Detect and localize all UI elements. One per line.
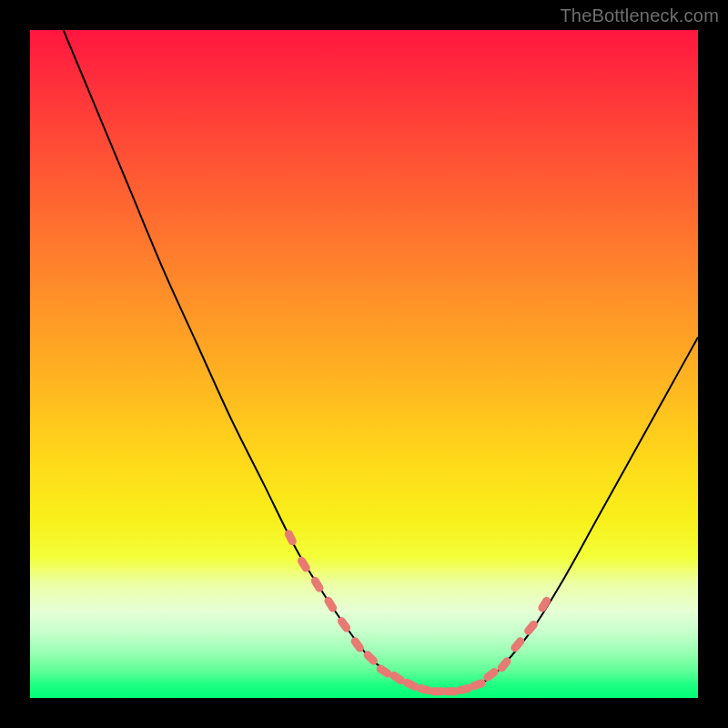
curve-marker [510, 636, 526, 654]
curve-svg [30, 30, 698, 698]
bottleneck-curve [64, 30, 698, 692]
curve-marker [283, 529, 298, 547]
plot-area [30, 30, 698, 698]
curve-marker [323, 595, 339, 613]
curve-marker [537, 595, 552, 613]
watermark-text: TheBottleneck.com [560, 5, 719, 26]
curve-marker [309, 575, 325, 593]
curve-marker [469, 678, 487, 691]
chart-frame: TheBottleneck.com [0, 0, 728, 728]
marker-group [283, 529, 552, 695]
